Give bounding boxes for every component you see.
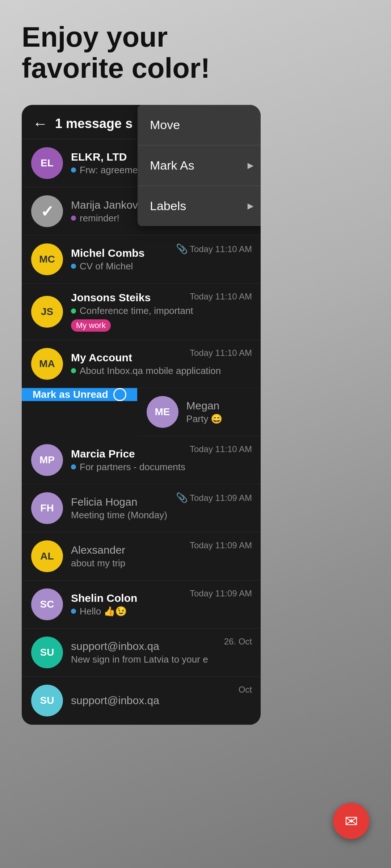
back-button[interactable]: ← bbox=[33, 115, 48, 132]
email-content-support2: support@inbox.qa bbox=[71, 694, 251, 707]
avatar-marija: ✓ bbox=[31, 195, 63, 227]
compose-icon: ✉ bbox=[345, 812, 358, 830]
time-shelin: Today 11:09 AM bbox=[190, 588, 252, 599]
time-michel: 📎Today 11:10 AM bbox=[176, 243, 252, 255]
time-jonsons: Today 11:10 AM bbox=[190, 292, 252, 302]
time-alex: Today 11:09 AM bbox=[190, 540, 252, 550]
avatar-su2: SU bbox=[31, 685, 63, 716]
preview-felicia: Meeting time (Monday) bbox=[71, 510, 251, 521]
avatar-mp: MP bbox=[31, 444, 63, 476]
preview-support1: New sign in from Latvia to your e bbox=[71, 654, 251, 665]
context-menu-move-label: Move bbox=[150, 118, 180, 132]
dot-blue-2 bbox=[71, 264, 76, 269]
email-row-support1[interactable]: SU support@inbox.qa New sign in from Lat… bbox=[22, 629, 261, 677]
compose-fab[interactable]: ✉ bbox=[333, 803, 369, 839]
dot-green-2 bbox=[71, 368, 76, 373]
avatar-mc: MC bbox=[31, 243, 63, 275]
email-row-michel[interactable]: MC Michel Combs CV of Michel 📎Today 11:1… bbox=[22, 235, 261, 284]
email-panel: ← 1 message s Move Mark As ► Labels ► EL… bbox=[22, 105, 261, 725]
preview-michel: CV of Michel bbox=[71, 261, 251, 272]
header-title: 1 message s bbox=[55, 116, 133, 131]
context-menu-move[interactable]: Move bbox=[138, 105, 261, 145]
preview-jonsons: Conference time, important bbox=[71, 305, 251, 316]
avatar-al: AL bbox=[31, 540, 63, 572]
email-row-jonsons[interactable]: JS Jonsons Steiks Conference time, impor… bbox=[22, 284, 261, 340]
email-row-marcia[interactable]: MP Marcia Price For partners - documents… bbox=[22, 436, 261, 484]
mark-unread-label: Mark as Unread bbox=[33, 389, 108, 400]
email-content-megan: Megan Party 😄 bbox=[186, 400, 251, 425]
dot-blue bbox=[71, 167, 76, 173]
dot-blue-3 bbox=[71, 464, 76, 469]
email-row-megan[interactable]: ME Megan Party 😄 bbox=[137, 388, 261, 436]
time-marcia: Today 11:10 AM bbox=[190, 444, 252, 454]
context-menu-mark-as-label: Mark As bbox=[150, 158, 194, 173]
context-menu-mark-as[interactable]: Mark As ► bbox=[138, 145, 261, 186]
dot-purple bbox=[71, 216, 76, 221]
email-list: EL ELKR, LTD Frw: agreeme ✓ Marija Janko… bbox=[22, 139, 261, 725]
mark-as-unread-button[interactable]: Mark as Unread bbox=[22, 388, 137, 401]
panel-header: ← 1 message s Move Mark As ► Labels ► bbox=[22, 105, 261, 139]
time-support2: Oct bbox=[239, 685, 252, 695]
email-row-megan-swipe: Mark as Unread ME Megan Party 😄 bbox=[22, 388, 261, 436]
avatar-el: EL bbox=[31, 147, 63, 179]
avatar-fh: FH bbox=[31, 492, 63, 524]
avatar-su: SU bbox=[31, 637, 63, 668]
preview-shelin: Hello 👍😉 bbox=[71, 606, 251, 617]
sender-support2: support@inbox.qa bbox=[71, 694, 251, 707]
email-row-shelin[interactable]: SC Shelin Colon Hello 👍😉 Today 11:09 AM bbox=[22, 580, 261, 629]
email-row-support2[interactable]: SU support@inbox.qa Oct bbox=[22, 677, 261, 725]
avatar-me: ME bbox=[147, 396, 178, 428]
time-support1: 26. Oct bbox=[224, 637, 252, 647]
context-menu-labels-label: Labels bbox=[150, 199, 186, 213]
email-row-felicia[interactable]: FH Felicia Hogan Meeting time (Monday) 📎… bbox=[22, 484, 261, 532]
dot-green bbox=[71, 309, 76, 314]
chevron-right-icon: ► bbox=[245, 160, 256, 171]
email-row-myaccount[interactable]: MA My Account About Inbox.qa mobile appl… bbox=[22, 340, 261, 388]
avatar-js: JS bbox=[31, 296, 63, 328]
context-menu-labels[interactable]: Labels ► bbox=[138, 186, 261, 226]
dot-blue-4 bbox=[71, 609, 76, 614]
clip-icon: 📎 bbox=[176, 243, 188, 254]
avatar-ma: MA bbox=[31, 348, 63, 380]
sender-megan: Megan bbox=[186, 400, 251, 412]
email-row-alex[interactable]: AL Alexsander about my trip Today 11:09 … bbox=[22, 532, 261, 580]
time-myaccount: Today 11:10 AM bbox=[190, 348, 252, 358]
preview-alex: about my trip bbox=[71, 558, 251, 569]
avatar-sc: SC bbox=[31, 588, 63, 620]
chevron-right-icon-2: ► bbox=[245, 200, 256, 212]
preview-myaccount: About Inbox.qa mobile application bbox=[71, 365, 251, 376]
time-felicia: 📎Today 11:09 AM bbox=[176, 492, 252, 503]
preview-megan: Party 😄 bbox=[186, 413, 251, 425]
clip-icon-2: 📎 bbox=[176, 492, 188, 503]
circle-icon bbox=[113, 388, 126, 401]
tag-my-work: My work bbox=[71, 319, 111, 332]
preview-marcia: For partners - documents bbox=[71, 461, 251, 473]
tagline: Enjoy your favorite color! bbox=[22, 22, 275, 84]
context-menu: Move Mark As ► Labels ► bbox=[138, 105, 261, 226]
